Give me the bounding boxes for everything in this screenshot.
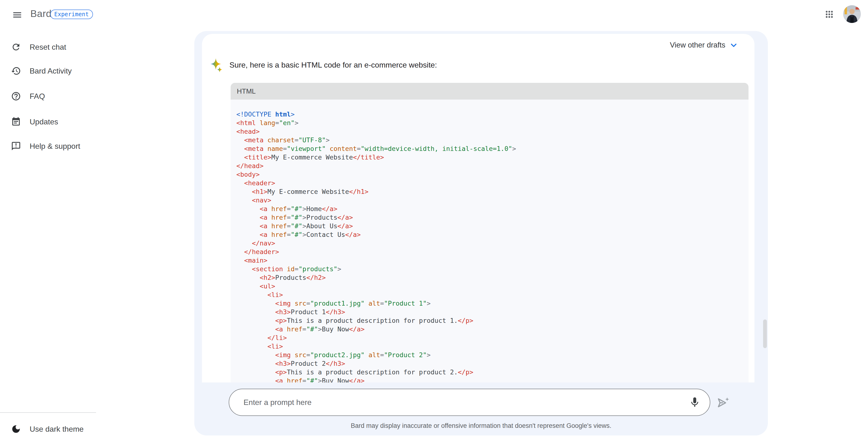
chevron-down-icon xyxy=(729,41,738,50)
view-other-drafts-label: View other drafts xyxy=(670,41,725,49)
sidebar-item-label: Help & support xyxy=(30,142,80,151)
chat-card: View other drafts Sure, here is a basic … xyxy=(194,31,768,436)
faq-icon xyxy=(11,91,21,101)
code-block: HTML <!DOCTYPE html><html lang="en"><hea… xyxy=(230,83,748,382)
dark-theme-label: Use dark theme xyxy=(30,425,84,434)
code-line: <a href="#">Products</a> xyxy=(236,213,748,222)
code-language-label: HTML xyxy=(237,88,256,95)
code-line: </nav> xyxy=(236,239,748,248)
code-line: <h1>My E-commerce Website</h1> xyxy=(236,187,748,196)
code-line: <html lang="en"> xyxy=(236,119,748,127)
conversation-scrollbar[interactable] xyxy=(763,319,767,348)
bard-response-message: Sure, here is a basic HTML code for an e… xyxy=(209,57,437,73)
user-avatar[interactable] xyxy=(843,5,861,23)
response-intro-text: Sure, here is a basic HTML code for an e… xyxy=(229,61,437,69)
sidebar-divider xyxy=(0,412,96,413)
code-line: <body> xyxy=(236,170,748,179)
code-line: <li> xyxy=(236,342,748,351)
code-line: </head> xyxy=(236,162,748,170)
code-line: <title>My E-commerce Website</title> xyxy=(236,153,748,162)
code-line: <p>This is a product description for pro… xyxy=(236,368,748,377)
code-line: <head> xyxy=(236,127,748,136)
sidebar-item-help-support[interactable]: Help & support xyxy=(11,140,80,152)
experiment-badge-label: Experiment xyxy=(54,11,89,18)
code-line: <a href="#">Home</a> xyxy=(236,205,748,213)
sidebar-item-label: Reset chat xyxy=(30,43,66,52)
code-line: <a href="#">Buy Now</a> xyxy=(236,325,748,334)
code-line: <a href="#">About Us</a> xyxy=(236,222,748,230)
code-line: <meta charset="UTF-8"> xyxy=(236,136,748,144)
code-line: <nav> xyxy=(236,196,748,205)
send-icon[interactable] xyxy=(716,396,730,410)
response-card: View other drafts Sure, here is a basic … xyxy=(202,34,754,382)
prompt-input[interactable] xyxy=(229,389,689,415)
sidebar-item-updates[interactable]: Updates xyxy=(11,116,58,128)
code-line: <h3>Product 1</h3> xyxy=(236,308,748,316)
menu-icon[interactable] xyxy=(12,9,23,19)
bard-sparkle-icon xyxy=(209,57,224,73)
code-line: <ul> xyxy=(236,282,748,290)
code-line: <h2>Products</h2> xyxy=(236,273,748,282)
code-line: <meta name="viewport" content="width=dev… xyxy=(236,144,748,153)
help-support-icon xyxy=(11,141,21,151)
disclaimer-text: Bard may display inaccurate or offensive… xyxy=(194,422,768,430)
code-line: <!DOCTYPE html> xyxy=(236,110,748,119)
updates-icon xyxy=(11,117,21,127)
experiment-badge: Experiment xyxy=(50,9,93,19)
sidebar-item-label: Bard Activity xyxy=(30,67,72,75)
code-line: <section id="products"> xyxy=(236,265,748,273)
code-line: <img src="product1.jpg" alt="Product 1"> xyxy=(236,299,748,308)
code-line: <a href="#">Contact Us</a> xyxy=(236,230,748,239)
code-content[interactable]: <!DOCTYPE html><html lang="en"><head> <m… xyxy=(230,100,748,382)
prompt-input-container xyxy=(229,389,710,416)
code-block-header: HTML xyxy=(230,83,748,100)
app-title: Bard xyxy=(30,8,52,19)
code-line: <a href="#">Buy Now</a> xyxy=(236,377,748,382)
moon-icon xyxy=(11,424,21,434)
code-line: <img src="product2.jpg" alt="Product 2"> xyxy=(236,351,748,359)
microphone-icon[interactable] xyxy=(689,396,701,408)
view-other-drafts-button[interactable]: View other drafts xyxy=(670,40,738,50)
code-line: <header> xyxy=(236,179,748,187)
code-line: <h3>Product 2</h3> xyxy=(236,359,748,368)
code-line: <main> xyxy=(236,256,748,265)
code-line: </header> xyxy=(236,248,748,256)
sidebar-item-faq[interactable]: FAQ xyxy=(11,91,45,102)
code-line: </li> xyxy=(236,334,748,342)
code-line: <li> xyxy=(236,290,748,299)
sidebar-item-reset-chat[interactable]: Reset chat xyxy=(11,41,66,53)
reset-icon xyxy=(11,42,21,52)
dark-theme-toggle[interactable]: Use dark theme xyxy=(11,423,84,435)
google-apps-icon[interactable] xyxy=(824,9,835,20)
code-line: <p>This is a product description for pro… xyxy=(236,316,748,325)
sidebar-item-label: Updates xyxy=(30,117,58,126)
sidebar-item-bard-activity[interactable]: Bard Activity xyxy=(11,65,72,77)
history-icon xyxy=(11,66,21,76)
sidebar-item-label: FAQ xyxy=(30,92,45,101)
